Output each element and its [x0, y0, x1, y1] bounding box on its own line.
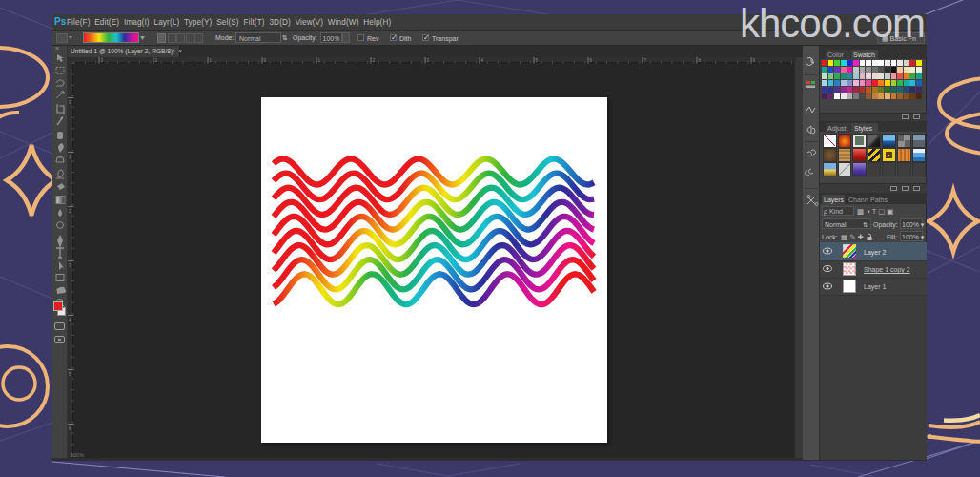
svg-text:4: 4	[69, 318, 71, 322]
svg-text:2: 2	[372, 58, 375, 63]
svg-text:4: 4	[480, 58, 483, 63]
svg-text:3: 3	[100, 58, 103, 63]
svg-text:8: 8	[698, 58, 701, 63]
svg-text:1: 1	[317, 58, 320, 63]
svg-text:7: 7	[643, 58, 646, 63]
svg-text:6: 6	[589, 58, 592, 63]
svg-text:6: 6	[69, 426, 71, 431]
svg-text:3: 3	[426, 58, 429, 63]
svg-text:5: 5	[69, 372, 71, 377]
svg-text:0: 0	[263, 58, 266, 63]
svg-text:2: 2	[69, 209, 71, 214]
svg-text:0: 0	[69, 100, 71, 105]
svg-text:5: 5	[535, 58, 538, 63]
svg-text:1: 1	[69, 155, 71, 159]
svg-text:1: 1	[209, 58, 212, 63]
svg-text:3: 3	[69, 263, 71, 268]
svg-text:2: 2	[154, 58, 157, 63]
svg-text:9: 9	[752, 58, 755, 63]
